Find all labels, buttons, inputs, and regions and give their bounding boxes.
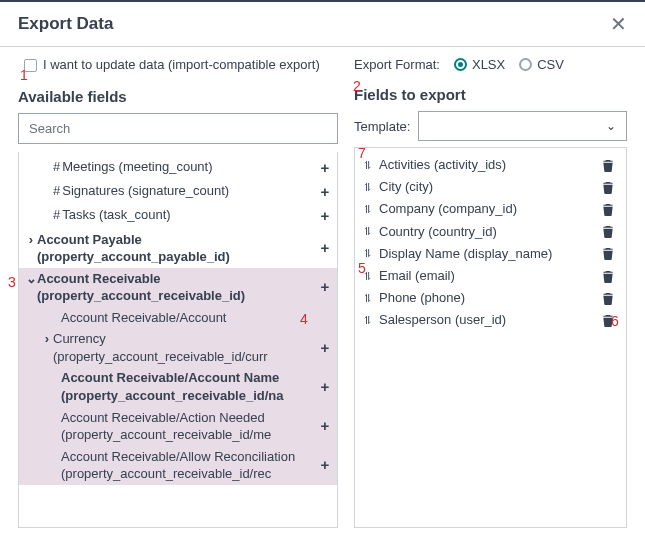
radio-xlsx-icon [454, 58, 467, 71]
close-button[interactable]: ✕ [610, 14, 627, 34]
export-dialog: Export Data ✕ I want to update data (imp… [0, 0, 645, 533]
add-field-button[interactable]: + [317, 416, 333, 436]
export-field-display_name[interactable]: ⥮Display Name (display_name) [359, 243, 622, 265]
field-label: Meetings (meeting_count) [62, 158, 317, 176]
drag-handle-icon[interactable]: ⥮ [363, 315, 375, 326]
chevron-down-icon: ⌄ [606, 119, 616, 133]
export-field-label: Display Name (display_name) [379, 245, 602, 263]
export-field-city[interactable]: ⥮City (city) [359, 176, 622, 198]
add-field-button[interactable]: + [317, 338, 333, 358]
drag-handle-icon[interactable]: ⥮ [363, 248, 375, 259]
available-fields-title: Available fields [18, 88, 338, 105]
search-input[interactable] [18, 113, 338, 144]
add-field-button[interactable]: + [317, 238, 333, 258]
available-fields-tree[interactable]: #Meetings (meeting_count)+#Signatures (s… [19, 152, 337, 527]
export-field-salesperson[interactable]: ⥮Salesperson (user_id) [359, 309, 622, 331]
export-field-country[interactable]: ⥮Country (country_id) [359, 221, 622, 243]
field-prefix: # [53, 206, 60, 224]
export-field-phone[interactable]: ⥮Phone (phone) [359, 287, 622, 309]
field-tasks[interactable]: #Tasks (task_count)+ [19, 204, 337, 228]
add-field-button[interactable]: + [317, 182, 333, 202]
remove-field-button[interactable] [602, 181, 618, 194]
add-field-button[interactable]: + [317, 277, 333, 297]
field-ar-allow[interactable]: Account Receivable/Allow Reconciliation … [19, 446, 337, 485]
left-column: I want to update data (import-compatible… [18, 57, 338, 528]
dialog-title: Export Data [18, 14, 113, 34]
export-field-activities[interactable]: ⥮Activities (activity_ids) [359, 154, 622, 176]
field-prefix: # [53, 182, 60, 200]
field-signatures[interactable]: #Signatures (signature_count)+ [19, 180, 337, 204]
field-label: Account Receivable/Account [61, 309, 333, 327]
remove-field-button[interactable] [602, 203, 618, 216]
field-ar-name[interactable]: Account Receivable/Account Name (propert… [19, 367, 337, 406]
update-data-checkbox[interactable] [24, 59, 37, 72]
field-label: Currency (property_account_receivable_id… [53, 330, 317, 365]
add-field-button[interactable]: + [317, 206, 333, 226]
add-field-button[interactable]: + [317, 455, 333, 475]
export-field-label: Company (company_id) [379, 200, 602, 218]
add-field-button[interactable]: + [317, 377, 333, 397]
export-format-label: Export Format: [354, 57, 440, 72]
expanded-group: ⌄Account Receivable (property_account_re… [19, 268, 337, 485]
field-label: Tasks (task_count) [62, 206, 317, 224]
field-label: Account Payable (property_account_payabl… [37, 231, 317, 266]
field-label: Signatures (signature_count) [62, 182, 317, 200]
drag-handle-icon[interactable]: ⥮ [363, 204, 375, 215]
export-fields-list: ⥮Activities (activity_ids)⥮City (city)⥮C… [354, 147, 627, 528]
remove-field-button[interactable] [602, 314, 618, 327]
update-data-label: I want to update data (import-compatible… [43, 57, 320, 74]
field-label: Account Receivable/Action Needed (proper… [61, 409, 317, 444]
format-csv-option[interactable]: CSV [519, 57, 564, 72]
dialog-body: I want to update data (import-compatible… [0, 47, 645, 528]
right-column: Export Format: XLSX CSV Fields to export… [354, 57, 627, 528]
remove-field-button[interactable] [602, 247, 618, 260]
export-field-label: Country (country_id) [379, 223, 602, 241]
template-select[interactable]: ⌄ [418, 111, 627, 141]
export-format-row: Export Format: XLSX CSV [354, 57, 627, 72]
field-label: Account Receivable/Allow Reconciliation … [61, 448, 317, 483]
drag-handle-icon[interactable]: ⥮ [363, 160, 375, 171]
remove-field-button[interactable] [602, 225, 618, 238]
format-csv-label: CSV [537, 57, 564, 72]
export-field-label: Email (email) [379, 267, 602, 285]
export-field-label: Phone (phone) [379, 289, 602, 307]
add-field-button[interactable]: + [317, 158, 333, 178]
fields-to-export-title: Fields to export [354, 86, 627, 103]
dialog-header: Export Data ✕ [0, 2, 645, 47]
field-ar-action[interactable]: Account Receivable/Action Needed (proper… [19, 407, 337, 446]
field-ar[interactable]: ⌄Account Receivable (property_account_re… [19, 268, 337, 307]
drag-handle-icon[interactable]: ⥮ [363, 293, 375, 304]
format-xlsx-label: XLSX [472, 57, 505, 72]
remove-field-button[interactable] [602, 159, 618, 172]
export-field-label: Salesperson (user_id) [379, 311, 602, 329]
field-ar-acc[interactable]: Account Receivable/Account [19, 307, 337, 329]
field-ar-curr[interactable]: ›Currency (property_account_receivable_i… [19, 328, 337, 367]
field-label: Account Receivable (property_account_rec… [37, 270, 317, 305]
drag-handle-icon[interactable]: ⥮ [363, 182, 375, 193]
field-prefix: # [53, 158, 60, 176]
drag-handle-icon[interactable]: ⥮ [363, 271, 375, 282]
available-fields-tree-wrap: #Meetings (meeting_count)+#Signatures (s… [18, 152, 338, 528]
field-ap[interactable]: ›Account Payable (property_account_payab… [19, 229, 337, 268]
field-label: Account Receivable/Account Name (propert… [61, 369, 317, 404]
expand-icon[interactable]: › [25, 231, 37, 249]
template-label: Template: [354, 119, 410, 134]
update-data-row: I want to update data (import-compatible… [24, 57, 338, 74]
expand-icon[interactable]: ⌄ [25, 270, 37, 288]
export-field-label: City (city) [379, 178, 602, 196]
export-field-label: Activities (activity_ids) [379, 156, 602, 174]
export-field-email[interactable]: ⥮Email (email) [359, 265, 622, 287]
radio-csv-icon [519, 58, 532, 71]
format-xlsx-option[interactable]: XLSX [454, 57, 505, 72]
export-field-company[interactable]: ⥮Company (company_id) [359, 198, 622, 220]
remove-field-button[interactable] [602, 270, 618, 283]
field-meetings[interactable]: #Meetings (meeting_count)+ [19, 156, 337, 180]
drag-handle-icon[interactable]: ⥮ [363, 226, 375, 237]
template-row: Template: ⌄ [354, 111, 627, 141]
expand-icon[interactable]: › [41, 330, 53, 348]
remove-field-button[interactable] [602, 292, 618, 305]
